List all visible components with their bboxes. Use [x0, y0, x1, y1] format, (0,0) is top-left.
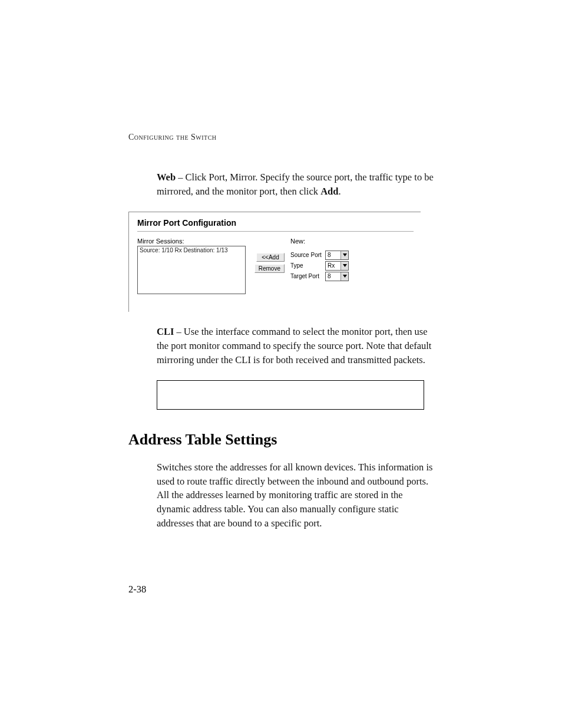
- web-text: – Click Port, Mirror. Specify the source…: [157, 172, 434, 197]
- target-port-select[interactable]: 8: [325, 272, 349, 281]
- source-port-select[interactable]: 8: [325, 251, 349, 260]
- running-head: Configuring the Switch: [128, 133, 434, 142]
- add-word: Add: [320, 186, 338, 197]
- type-value: Rx: [328, 262, 335, 269]
- type-select[interactable]: Rx: [325, 261, 349, 271]
- mirror-config-panel: Mirror Port Configuration Mirror Session…: [128, 212, 421, 312]
- new-label: New:: [290, 238, 367, 245]
- target-port-value: 8: [328, 273, 331, 279]
- remove-button[interactable]: Remove: [254, 264, 285, 273]
- cli-code-box: [157, 380, 424, 410]
- target-port-label: Target Port: [290, 273, 323, 279]
- svg-marker-2: [343, 275, 347, 278]
- chevron-down-icon[interactable]: [340, 262, 348, 270]
- section-title: Address Table Settings: [128, 431, 434, 449]
- web-period: .: [338, 186, 340, 197]
- panel-divider: [137, 231, 414, 232]
- mirror-sessions-label: Mirror Sessions:: [137, 238, 249, 245]
- cli-text: – Use the interface command to select th…: [157, 326, 431, 365]
- svg-marker-1: [343, 264, 347, 267]
- cli-label: CLI: [157, 326, 174, 337]
- web-instruction: Web – Click Port, Mirror. Specify the so…: [157, 170, 434, 199]
- cli-instruction: CLI – Use the interface command to selec…: [157, 325, 434, 367]
- mirror-sessions-list[interactable]: Source: 1/10 Rx Destination: 1/13: [137, 246, 246, 294]
- session-item[interactable]: Source: 1/10 Rx Destination: 1/13: [140, 247, 243, 253]
- section-body: Switches store the addresses for all kno…: [157, 460, 434, 531]
- source-port-label: Source Port: [290, 252, 323, 258]
- chevron-down-icon[interactable]: [340, 272, 348, 281]
- add-button[interactable]: <<Add: [256, 253, 285, 262]
- chevron-down-icon[interactable]: [340, 251, 348, 259]
- web-label: Web: [157, 172, 176, 183]
- panel-title: Mirror Port Configuration: [137, 218, 414, 228]
- type-label: Type: [290, 262, 323, 269]
- svg-marker-0: [343, 253, 347, 256]
- page-number: 2-38: [128, 584, 146, 595]
- source-port-value: 8: [328, 252, 331, 258]
